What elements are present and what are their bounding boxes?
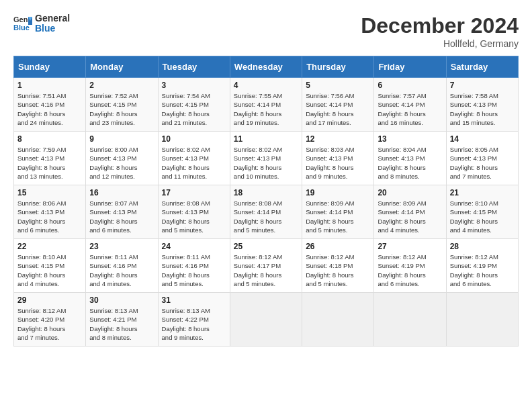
day-info: Sunrise: 8:04 AM [378,145,442,154]
calendar-cell: 6Sunrise: 7:57 AMSunset: 4:14 PMDaylight… [374,78,446,132]
calendar-cell [374,293,446,347]
day-info: Sunrise: 8:05 AM [450,145,515,154]
day-info: and 8 minutes. [378,172,442,181]
calendar-cell: 13Sunrise: 8:04 AMSunset: 4:13 PMDayligh… [374,132,446,185]
day-number: 19 [306,188,370,197]
calendar-cell: 10Sunrise: 8:02 AMSunset: 4:13 PMDayligh… [158,132,230,185]
day-number: 16 [89,188,154,197]
day-info: Sunrise: 8:06 AM [17,199,82,208]
calendar-cell: 17Sunrise: 8:08 AMSunset: 4:13 PMDayligh… [158,185,230,239]
calendar-cell: 4Sunrise: 7:55 AMSunset: 4:14 PMDaylight… [230,78,302,132]
day-info: Daylight: 8 hours [450,163,515,172]
day-number: 1 [17,81,82,90]
week-row-2: 8Sunrise: 7:59 AMSunset: 4:13 PMDaylight… [14,132,519,185]
day-info: and 9 minutes. [306,172,370,181]
day-info: Daylight: 8 hours [378,271,442,279]
page-header: General Blue General Blue December 2024 … [13,13,519,49]
day-number: 28 [450,242,515,251]
day-info: and 17 minutes. [306,118,370,127]
col-tuesday: Tuesday [158,56,230,78]
day-number: 20 [378,188,442,197]
day-info: and 4 minutes. [89,279,154,288]
day-number: 15 [17,188,82,197]
day-info: Sunset: 4:15 PM [89,100,154,109]
calendar-cell: 30Sunrise: 8:13 AMSunset: 4:21 PMDayligh… [86,293,158,347]
day-info: and 6 minutes. [89,226,154,234]
day-info: Sunrise: 8:03 AM [306,145,370,154]
day-info: Sunrise: 8:12 AM [378,253,442,261]
day-number: 26 [306,242,370,251]
day-info: Sunset: 4:16 PM [17,100,82,109]
calendar-cell: 28Sunrise: 8:12 AMSunset: 4:19 PMDayligh… [446,239,518,293]
day-info: and 8 minutes. [89,333,154,342]
day-info: Daylight: 8 hours [306,271,370,279]
day-number: 5 [306,81,370,90]
day-number: 25 [234,242,298,251]
day-number: 6 [378,81,442,90]
day-info: and 19 minutes. [234,118,298,127]
day-number: 2 [89,81,154,90]
week-row-5: 29Sunrise: 8:12 AMSunset: 4:20 PMDayligh… [14,293,519,347]
title-block: December 2024 Hollfeld, Germany [361,13,519,49]
week-row-3: 15Sunrise: 8:06 AMSunset: 4:13 PMDayligh… [14,185,519,239]
calendar-cell: 8Sunrise: 7:59 AMSunset: 4:13 PMDaylight… [14,132,86,185]
day-info: Sunset: 4:13 PM [17,154,82,163]
day-info: and 16 minutes. [378,118,442,127]
day-info: Sunrise: 7:59 AM [17,145,82,154]
day-info: Sunset: 4:15 PM [162,100,226,109]
col-friday: Friday [374,56,446,78]
day-info: Sunset: 4:13 PM [450,100,515,109]
day-info: Daylight: 8 hours [162,163,226,172]
day-number: 13 [378,134,442,144]
day-info: Sunrise: 8:00 AM [89,145,154,154]
day-info: Daylight: 8 hours [89,109,154,118]
day-info: Daylight: 8 hours [162,271,226,279]
day-number: 30 [89,295,154,305]
calendar-cell: 21Sunrise: 8:10 AMSunset: 4:15 PMDayligh… [446,185,518,239]
day-info: Sunrise: 8:08 AM [234,199,298,208]
day-info: Sunset: 4:14 PM [306,208,370,216]
day-info: Daylight: 8 hours [17,324,82,333]
day-info: Sunrise: 7:54 AM [162,91,226,100]
day-info: Sunrise: 8:10 AM [450,199,515,208]
day-info: and 5 minutes. [162,226,226,234]
day-number: 8 [17,134,82,144]
calendar-cell: 24Sunrise: 8:11 AMSunset: 4:16 PMDayligh… [158,239,230,293]
calendar-cell: 14Sunrise: 8:05 AMSunset: 4:13 PMDayligh… [446,132,518,185]
day-number: 11 [234,134,298,144]
day-number: 31 [162,295,226,305]
calendar-cell: 20Sunrise: 8:09 AMSunset: 4:14 PMDayligh… [374,185,446,239]
day-info: Sunrise: 7:52 AM [89,91,154,100]
day-info: Daylight: 8 hours [234,271,298,279]
col-saturday: Saturday [446,56,518,78]
calendar-cell: 1Sunrise: 7:51 AMSunset: 4:16 PMDaylight… [14,78,86,132]
day-info: Sunset: 4:13 PM [306,154,370,163]
day-info: Sunset: 4:13 PM [162,208,226,216]
day-number: 23 [89,242,154,251]
calendar-cell: 27Sunrise: 8:12 AMSunset: 4:19 PMDayligh… [374,239,446,293]
day-number: 10 [162,134,226,144]
day-number: 14 [450,134,515,144]
day-info: Sunrise: 8:13 AM [162,306,226,315]
day-info: and 5 minutes. [234,279,298,288]
day-info: Sunrise: 8:12 AM [306,253,370,261]
calendar-cell [230,293,302,347]
day-info: and 6 minutes. [450,279,515,288]
day-info: Sunrise: 8:11 AM [162,253,226,261]
day-info: Sunset: 4:19 PM [378,261,442,270]
logo-text-blue: Blue [35,24,70,34]
day-number: 4 [234,81,298,90]
calendar-cell [446,293,518,347]
day-info: and 7 minutes. [450,172,515,181]
calendar-cell: 29Sunrise: 8:12 AMSunset: 4:20 PMDayligh… [14,293,86,347]
day-info: and 10 minutes. [234,172,298,181]
day-info: Sunset: 4:13 PM [234,154,298,163]
day-info: Daylight: 8 hours [450,217,515,226]
logo-icon: General Blue [13,14,32,33]
day-info: Sunrise: 8:02 AM [162,145,226,154]
day-info: Daylight: 8 hours [17,271,82,279]
week-row-1: 1Sunrise: 7:51 AMSunset: 4:16 PMDaylight… [14,78,519,132]
day-info: and 15 minutes. [450,118,515,127]
calendar-cell [302,293,374,347]
calendar-cell: 16Sunrise: 8:07 AMSunset: 4:13 PMDayligh… [86,185,158,239]
